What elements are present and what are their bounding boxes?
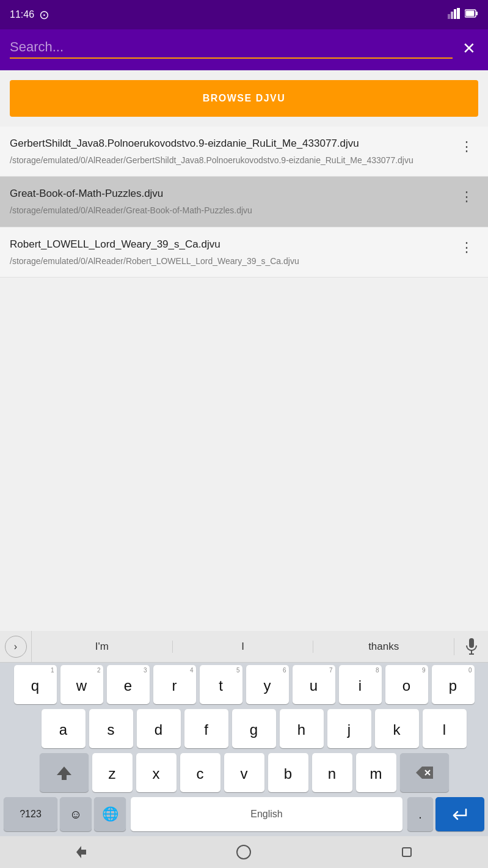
status-bar: 11:46 ⊙	[0, 0, 488, 29]
recents-nav-button[interactable]	[388, 840, 425, 864]
file-path-0: /storage/emulated/0/AlReader/GerbertShil…	[10, 155, 455, 167]
keyboard-bottom-row: ?123 ☺ 🌐 English .	[0, 795, 488, 836]
key-p[interactable]: 0 p	[432, 665, 475, 704]
file-name-1: Great-Book-of-Math-Puzzles.djvu	[10, 186, 455, 201]
list-item[interactable]: Robert_LOWELL_Lord_Weary_39_s_Ca.djvu /s…	[0, 227, 488, 278]
home-nav-button[interactable]	[225, 840, 262, 864]
key-t[interactable]: 5 t	[200, 665, 242, 704]
time: 11:46	[10, 9, 34, 20]
search-input[interactable]	[10, 39, 453, 55]
key-r[interactable]: 4 r	[153, 665, 196, 704]
key-o[interactable]: 9 o	[385, 665, 428, 704]
file-path-1: /storage/emulated/0/AlReader/Great-Book-…	[10, 205, 455, 217]
suggest-word-2[interactable]: I	[173, 641, 314, 653]
backspace-button[interactable]	[400, 753, 449, 792]
list-item[interactable]: Great-Book-of-Math-Puzzles.djvu /storage…	[0, 177, 488, 227]
keyboard-row-1: 1 q 2 w 3 e 4 r 5 t 6 y 7 u 8 i	[0, 663, 488, 707]
navigation-bar	[0, 836, 488, 868]
file-path-2: /storage/emulated/0/AlReader/Robert_LOWE…	[10, 256, 455, 268]
key-l[interactable]: l	[423, 709, 467, 748]
svg-rect-6	[476, 12, 478, 15]
key-y[interactable]: 6 y	[246, 665, 289, 704]
key-g[interactable]: g	[232, 709, 276, 748]
key-j[interactable]: j	[327, 709, 371, 748]
key-z[interactable]: z	[92, 753, 133, 792]
key-u[interactable]: 7 u	[293, 665, 335, 704]
key-x[interactable]: x	[136, 753, 177, 792]
back-nav-button[interactable]	[63, 840, 100, 864]
file-item-content-0: GerbertShildt_Java8.Polnoerukovodstvo.9-…	[10, 136, 455, 166]
status-left: 11:46 ⊙	[10, 7, 49, 22]
emoji-button[interactable]: ☺	[60, 797, 92, 831]
globe-icon[interactable]: 🌐	[94, 797, 126, 831]
svg-rect-5	[466, 11, 475, 17]
file-item-content-2: Robert_LOWELL_Lord_Weary_39_s_Ca.djvu /s…	[10, 237, 455, 267]
suggestions-row: › I'm I thanks	[0, 631, 488, 663]
svg-marker-1	[451, 12, 453, 19]
keyboard: › I'm I thanks 1 q 2 w 3 e	[0, 631, 488, 868]
more-options-button-0[interactable]: ⋮	[455, 136, 478, 157]
key-m[interactable]: m	[356, 753, 396, 792]
svg-marker-0	[448, 14, 450, 19]
battery-icon	[465, 9, 478, 21]
key-w[interactable]: 2 w	[60, 665, 103, 704]
numbers-button[interactable]: ?123	[4, 797, 57, 831]
shift-button[interactable]	[40, 753, 89, 792]
signal-icon	[448, 8, 460, 21]
svg-point-13	[237, 845, 250, 859]
key-d[interactable]: d	[137, 709, 181, 748]
status-right	[448, 8, 478, 21]
key-q[interactable]: 1 q	[14, 665, 57, 704]
svg-marker-12	[76, 846, 86, 858]
svg-rect-14	[402, 848, 411, 856]
browse-djvu-button[interactable]: BROWSE DJVU	[10, 80, 478, 117]
file-item-content-1: Great-Book-of-Math-Puzzles.djvu /storage…	[10, 186, 455, 216]
keyboard-row-3: z x c v b n m	[0, 751, 488, 795]
key-v[interactable]: v	[224, 753, 264, 792]
key-i[interactable]: 8 i	[339, 665, 382, 704]
more-options-button-2[interactable]: ⋮	[455, 237, 478, 258]
space-button[interactable]: English	[131, 797, 402, 831]
svg-rect-7	[469, 638, 474, 648]
suggest-words: I'm I thanks	[32, 641, 454, 653]
svg-marker-2	[454, 9, 456, 19]
search-bar: ✕	[0, 29, 488, 70]
key-c[interactable]: c	[180, 753, 220, 792]
key-f[interactable]: f	[184, 709, 228, 748]
enter-button[interactable]	[435, 797, 484, 831]
search-input-wrapper	[10, 39, 453, 59]
period-button[interactable]: .	[407, 797, 433, 831]
key-h[interactable]: h	[280, 709, 324, 748]
microphone-icon[interactable]	[454, 638, 488, 655]
more-options-button-1[interactable]: ⋮	[455, 186, 478, 207]
svg-marker-3	[457, 8, 460, 19]
suggest-word-3[interactable]: thanks	[313, 641, 454, 653]
suggest-word-1[interactable]: I'm	[32, 641, 173, 653]
keyboard-row-2: a s d f g h j k l	[0, 707, 488, 751]
file-name-0: GerbertShildt_Java8.Polnoerukovodstvo.9-…	[10, 136, 455, 151]
list-item[interactable]: GerbertShildt_Java8.Polnoerukovodstvo.9-…	[0, 127, 488, 177]
key-b[interactable]: b	[268, 753, 308, 792]
key-s[interactable]: s	[89, 709, 133, 748]
suggestions-expand-button[interactable]: ›	[0, 631, 32, 663]
key-n[interactable]: n	[312, 753, 352, 792]
key-e[interactable]: 3 e	[107, 665, 150, 704]
circle-icon: ⊙	[39, 7, 49, 22]
search-underline	[10, 57, 453, 59]
close-icon[interactable]: ✕	[460, 37, 478, 61]
file-list: GerbertShildt_Java8.Polnoerukovodstvo.9-…	[0, 127, 488, 278]
key-k[interactable]: k	[375, 709, 419, 748]
file-name-2: Robert_LOWELL_Lord_Weary_39_s_Ca.djvu	[10, 237, 455, 252]
key-a[interactable]: a	[42, 709, 86, 748]
